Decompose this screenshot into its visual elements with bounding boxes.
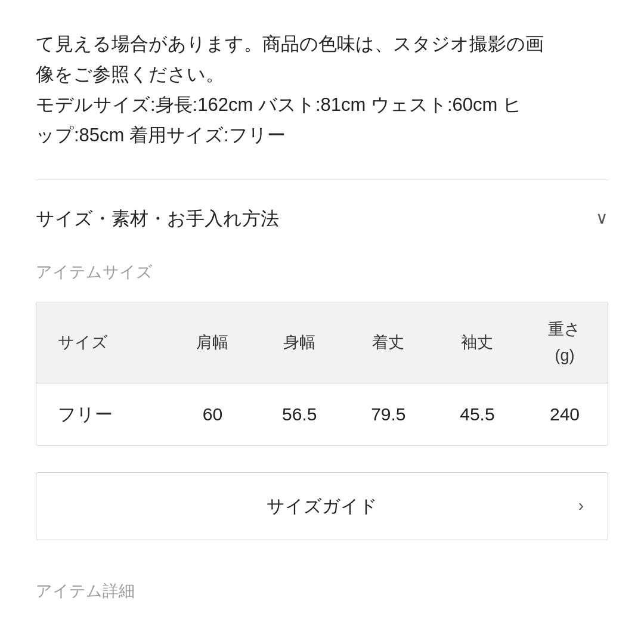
cell-weight: 240	[522, 383, 608, 445]
col-header-length: 着丈	[344, 302, 433, 383]
description-line2: 像をご参照ください。	[36, 64, 224, 85]
item-detail-label: アイテム詳細	[36, 578, 608, 604]
arrow-right-icon: ›	[578, 493, 584, 519]
size-section-title: サイズ・素材・お手入れ方法	[36, 204, 279, 234]
col-header-body: 身幅	[255, 302, 344, 383]
size-table-container: サイズ 肩幅 身幅 着丈 袖丈 重さ(g) フリー 60 56.5 79.5 4…	[36, 302, 608, 445]
cell-size: フリー	[36, 383, 170, 445]
item-size-label: アイテムサイズ	[36, 259, 608, 285]
col-header-size: サイズ	[36, 302, 170, 383]
description-line3: モデルサイズ:身長:162cm バスト:81cm ウェスト:60cm ヒ	[36, 94, 522, 115]
section-divider	[36, 179, 608, 180]
size-section-header[interactable]: サイズ・素材・お手入れ方法 ∨	[36, 204, 608, 234]
col-header-weight: 重さ(g)	[522, 302, 608, 383]
table-header-row: サイズ 肩幅 身幅 着丈 袖丈 重さ(g)	[36, 302, 608, 383]
description-line1: て見える場合があります。商品の色味は、スタジオ撮影の画	[36, 33, 544, 54]
col-header-shoulder: 肩幅	[170, 302, 255, 383]
cell-shoulder: 60	[170, 383, 255, 445]
col-header-sleeve: 袖丈	[433, 302, 522, 383]
size-guide-button[interactable]: サイズガイド ›	[36, 472, 608, 540]
cell-body: 56.5	[255, 383, 344, 445]
cell-sleeve: 45.5	[433, 383, 522, 445]
chevron-down-icon: ∨	[596, 205, 608, 232]
size-guide-label: サイズガイド	[60, 492, 584, 521]
table-row: フリー 60 56.5 79.5 45.5 240	[36, 383, 608, 445]
description-line4: ップ:85cm 着用サイズ:フリー	[36, 125, 286, 145]
description-block: て見える場合があります。商品の色味は、スタジオ撮影の画 像をご参照ください。 モ…	[36, 29, 608, 151]
cell-length: 79.5	[344, 383, 433, 445]
page-wrapper: て見える場合があります。商品の色味は、スタジオ撮影の画 像をご参照ください。 モ…	[0, 0, 644, 640]
size-table: サイズ 肩幅 身幅 着丈 袖丈 重さ(g) フリー 60 56.5 79.5 4…	[36, 302, 608, 445]
